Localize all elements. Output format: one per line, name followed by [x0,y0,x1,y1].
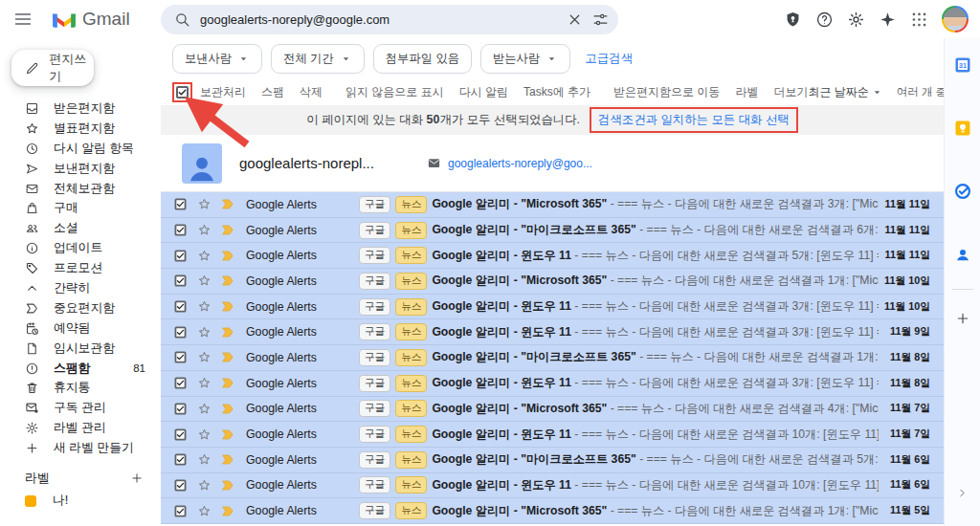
email-row[interactable]: Google Alerts 구글 뉴스 Google 알리미 - 윈도우 11 … [161,473,944,499]
tasks-icon[interactable] [953,182,972,201]
star-icon[interactable] [197,478,212,493]
settings-gear-icon[interactable] [847,11,865,29]
sort-order-button[interactable]: 최근 날짜순 [808,84,882,100]
sidebar-item[interactable]: 프로모션 [0,258,161,278]
importance-marker-icon[interactable] [220,377,236,389]
star-icon[interactable] [197,504,212,518]
sidebar-item[interactable]: 업데이트 [0,238,161,258]
importance-marker-icon[interactable] [220,403,236,415]
toolbar-action[interactable]: 받은편지함으로 이동 [613,84,720,100]
label-chip-news[interactable]: 뉴스 [395,502,427,519]
star-icon[interactable] [197,452,212,467]
star-icon[interactable] [197,197,212,211]
star-icon[interactable] [197,350,212,364]
main-menu-icon[interactable] [13,10,33,29]
calendar-icon[interactable]: 31 [953,55,972,75]
label-chip-google[interactable]: 구글 [359,400,390,417]
email-row[interactable]: Google Alerts 구글 뉴스 Google 알리미 - "Micros… [161,397,944,423]
label-chip-google[interactable]: 구글 [359,323,390,340]
email-row[interactable]: Google Alerts 구글 뉴스 Google 알리미 - 윈도우 11 … [161,243,944,269]
importance-marker-icon[interactable] [220,250,236,262]
star-icon[interactable] [197,299,212,314]
email-row[interactable]: Google Alerts 구글 뉴스 Google 알리미 - 윈도우 11 … [161,371,944,397]
row-checkbox[interactable] [175,479,187,491]
filter-chip[interactable]: 전체 기간 [271,44,365,74]
help-icon[interactable] [815,11,834,29]
add-label-icon[interactable] [130,471,144,485]
importance-marker-icon[interactable] [220,453,236,466]
star-icon[interactable] [197,223,212,237]
email-row[interactable]: Google Alerts 구글 뉴스 Google 알리미 - 윈도우 11 … [161,295,944,320]
filter-chip[interactable]: 첨부파일 있음 [373,44,472,74]
email-row[interactable]: Google Alerts 구글 뉴스 Google 알리미 - "마이크로소프… [161,218,944,244]
importance-marker-icon[interactable] [220,428,236,441]
label-chip-google[interactable]: 구글 [359,196,390,213]
row-checkbox[interactable] [175,403,187,414]
label-chip-google[interactable]: 구글 [359,247,390,264]
row-checkbox[interactable] [175,326,187,338]
sidebar-item[interactable]: 받은편지함 [0,99,161,119]
toolbar-action[interactable]: 스팸 [261,84,284,100]
label-chip-google[interactable]: 구글 [359,426,390,443]
label-chip-news[interactable]: 뉴스 [395,349,427,366]
email-row[interactable]: Google Alerts 구글 뉴스 Google 알리미 - "Micros… [161,192,944,218]
email-row[interactable]: Google Alerts 구글 뉴스 Google 알리미 - 윈도우 11 … [161,422,944,448]
search-input[interactable]: googlealerts-noreply@google.com [200,12,557,27]
sidebar-item[interactable]: 소셜 [0,218,161,238]
importance-marker-icon[interactable] [220,224,236,236]
label-chip-news[interactable]: 뉴스 [395,476,427,493]
label-chip-news[interactable]: 뉴스 [395,451,427,469]
label-chip-news[interactable]: 뉴스 [395,426,427,443]
sidebar-item[interactable]: 휴지통 [0,378,161,398]
sender-email-link[interactable]: googlealerts-noreply@goo... [448,157,592,170]
label-chip-google[interactable]: 구글 [359,375,390,392]
importance-marker-icon[interactable] [220,198,236,210]
label-chip-news[interactable]: 뉴스 [395,375,427,392]
row-checkbox[interactable] [175,275,187,287]
toolbar-action[interactable]: 더보기 [773,84,808,100]
toolbar-action[interactable]: 라벨 [735,84,758,100]
label-chip-google[interactable]: 구글 [359,349,390,366]
sidebar-item[interactable]: 예약됨 [0,318,161,339]
label-chip-news[interactable]: 뉴스 [395,273,427,290]
row-checkbox[interactable] [175,352,187,363]
protection-shield-icon[interactable] [784,11,802,29]
email-row[interactable]: Google Alerts 구글 뉴스 Google 알리미 - "Micros… [161,269,944,295]
row-checkbox[interactable] [175,378,187,389]
row-checkbox[interactable] [175,454,187,466]
label-item-me[interactable]: 나! [0,491,161,511]
toolbar-action[interactable]: 읽지 않음으로 표시 [345,84,444,100]
row-checkbox[interactable] [175,428,187,440]
importance-marker-icon[interactable] [220,479,236,492]
label-chip-news[interactable]: 뉴스 [395,247,427,264]
label-chip-news[interactable]: 뉴스 [395,196,427,213]
label-chip-google[interactable]: 구글 [359,298,390,316]
email-row[interactable]: Google Alerts 구글 뉴스 Google 알리미 - "마이크로소프… [161,448,944,473]
filter-chip[interactable]: 보낸사람 [172,44,262,74]
clear-search-icon[interactable] [567,11,583,28]
label-chip-news[interactable]: 뉴스 [395,323,427,340]
star-icon[interactable] [197,402,212,416]
sidebar-item[interactable]: 중요편지함 [0,298,161,318]
sidebar-item[interactable]: 라벨 관리 [0,418,161,438]
sidebar-item[interactable]: 구매 [0,198,161,218]
select-all-matching-link[interactable]: 검색조건과 일치하는 모든 대화 선택 [598,113,790,126]
row-checkbox[interactable] [175,301,187,313]
label-chip-google[interactable]: 구글 [359,222,390,239]
email-row[interactable]: Google Alerts 구글 뉴스 Google 알리미 - "Micros… [161,498,944,524]
importance-marker-icon[interactable] [220,351,236,363]
toolbar-action[interactable]: Tasks에 추가 [523,84,590,100]
sidebar-item[interactable]: 다시 알림 항목 [0,139,161,159]
importance-marker-icon[interactable] [220,274,236,287]
toolbar-action[interactable]: 다시 알림 [459,84,508,100]
hide-side-panel-icon[interactable] [956,487,969,499]
sender-avatar[interactable] [182,143,222,184]
search-icon[interactable] [174,11,190,28]
label-chip-google[interactable]: 구글 [359,476,390,493]
row-checkbox[interactable] [175,225,187,236]
star-icon[interactable] [197,274,212,288]
email-row[interactable]: Google Alerts 구글 뉴스 Google 알리미 - "마이크로소프… [161,345,944,371]
row-checkbox[interactable] [175,250,187,261]
label-chip-news[interactable]: 뉴스 [395,298,427,316]
star-icon[interactable] [197,325,212,340]
